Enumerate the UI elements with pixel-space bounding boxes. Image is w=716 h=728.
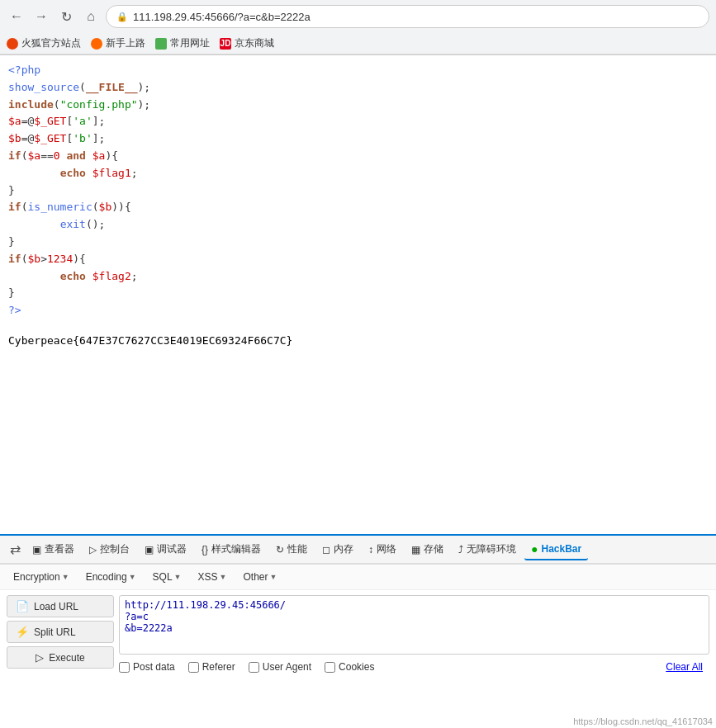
hackbar-right: http://111.198.29.45:45666/ ?a=c &b=2222… xyxy=(119,595,709,676)
post-data-checkbox[interactable] xyxy=(119,662,130,673)
memory-label: 内存 xyxy=(334,542,353,556)
user-agent-checkbox[interactable] xyxy=(249,662,259,673)
security-icon: 🔒 xyxy=(116,12,128,22)
bookmark-label: 常用网址 xyxy=(170,36,210,50)
reload-button[interactable]: ↻ xyxy=(56,7,76,26)
debugger-label: 调试器 xyxy=(157,542,187,556)
devtools-tab-hackbar[interactable]: ● HackBar xyxy=(524,539,588,560)
hackbar-options: Post data Referer User Agent Cookies Cle… xyxy=(119,658,709,676)
load-url-button[interactable]: 📄 Load URL xyxy=(7,595,114,617)
sql-menu[interactable]: SQL ▼ xyxy=(146,568,188,586)
code-line-12: if($b>1234){ xyxy=(8,251,708,268)
hackbar-panel: Encryption ▼ Encoding ▼ SQL ▼ XSS ▼ Othe… xyxy=(0,564,716,681)
forward-button[interactable]: → xyxy=(31,7,51,26)
post-data-option[interactable]: Post data xyxy=(119,661,175,673)
sql-arrow: ▼ xyxy=(174,573,182,581)
user-agent-label: User Agent xyxy=(263,661,311,673)
network-label: 网络 xyxy=(377,542,396,556)
referer-label: Referer xyxy=(202,661,235,673)
devtools-bar: ⇄ ▣ 查看器 ▷ 控制台 ▣ 调试器 {} 样式编辑器 ↻ 性能 ◻ 内存 ↕… xyxy=(0,534,716,564)
console-icon: ▷ xyxy=(89,544,97,555)
xss-menu[interactable]: XSS ▼ xyxy=(192,568,234,586)
user-agent-option[interactable]: User Agent xyxy=(249,661,311,673)
devtools-tab-network[interactable]: ↕ 网络 xyxy=(362,539,403,560)
changyong-icon xyxy=(155,38,167,50)
bookmark-label: 京东商城 xyxy=(235,36,274,50)
encoding-label: Encoding xyxy=(86,571,127,583)
split-url-icon: ⚡ xyxy=(16,626,29,638)
hackbar-body: 📄 Load URL ⚡ Split URL ▷ Execute http://… xyxy=(0,590,716,681)
network-icon: ↕ xyxy=(368,544,373,555)
performance-icon: ↻ xyxy=(276,544,284,555)
hackbar-label: HackBar xyxy=(541,543,581,555)
code-line-8: } xyxy=(8,182,708,200)
console-label: 控制台 xyxy=(100,542,130,556)
encryption-menu[interactable]: Encryption ▼ xyxy=(7,568,76,586)
back-button[interactable]: ← xyxy=(7,7,26,26)
xinshang-icon xyxy=(91,38,102,50)
referer-option[interactable]: Referer xyxy=(188,661,235,673)
style-label: 样式编辑器 xyxy=(211,542,261,556)
responsive-icon[interactable]: ⇄ xyxy=(7,538,24,560)
execute-icon: ▷ xyxy=(36,651,44,664)
code-line-10: exit(); xyxy=(8,216,708,234)
code-line-9: if(is_numeric($b)){ xyxy=(8,199,708,216)
bookmark-changyong[interactable]: 常用网址 xyxy=(155,36,210,50)
other-arrow: ▼ xyxy=(269,573,277,581)
referer-checkbox[interactable] xyxy=(188,662,199,673)
bookmark-xinshang[interactable]: 新手上路 xyxy=(91,36,145,50)
flag-output: Cyberpeace{647E37C7627CC3E4019EC69324F66… xyxy=(8,333,708,350)
code-line-4: $a=@$_GET['a']; xyxy=(8,113,708,130)
execute-label: Execute xyxy=(49,652,84,664)
browser-toolbar: ← → ↻ ⌂ 🔒 111.198.29.45:45666/?a=c&b=222… xyxy=(0,0,716,33)
xss-label: XSS xyxy=(198,571,218,583)
devtools-tab-storage[interactable]: ▦ 存储 xyxy=(405,539,450,560)
code-line-5: $b=@$_GET['b']; xyxy=(8,130,708,148)
hackbar-dot-icon: ● xyxy=(531,542,538,555)
code-line-14: } xyxy=(8,285,708,302)
devtools-tab-memory[interactable]: ◻ 内存 xyxy=(315,539,360,560)
load-url-icon: 📄 xyxy=(16,600,29,612)
code-line-2: show_source(__FILE__); xyxy=(8,79,708,97)
sql-label: SQL xyxy=(153,571,173,583)
encryption-label: Encryption xyxy=(13,571,60,583)
code-block: <?php show_source(__FILE__); include("co… xyxy=(8,62,708,319)
clear-all-link[interactable]: Clear All xyxy=(666,661,703,673)
encoding-arrow: ▼ xyxy=(129,573,136,581)
cookies-label: Cookies xyxy=(339,661,374,673)
hackbar-left: 📄 Load URL ⚡ Split URL ▷ Execute xyxy=(7,595,114,676)
main-content: <?php show_source(__FILE__); include("co… xyxy=(0,55,716,534)
code-line-15: ?> xyxy=(8,302,708,319)
accessibility-label: 无障碍环境 xyxy=(467,542,516,556)
style-icon: {} xyxy=(202,544,208,555)
browser-chrome: ← → ↻ ⌂ 🔒 111.198.29.45:45666/?a=c&b=222… xyxy=(0,0,716,55)
devtools-tab-debugger[interactable]: ▣ 调试器 xyxy=(138,539,193,560)
code-line-3: include("config.php"); xyxy=(8,97,708,114)
encryption-arrow: ▼ xyxy=(62,573,69,581)
encoding-menu[interactable]: Encoding ▼ xyxy=(79,568,143,586)
cookies-checkbox[interactable] xyxy=(325,662,335,673)
cookies-option[interactable]: Cookies xyxy=(325,661,374,673)
address-bar[interactable]: 🔒 111.198.29.45:45666/?a=c&b=2222a xyxy=(106,5,709,28)
jd-icon: JD xyxy=(220,38,231,50)
devtools-tab-style[interactable]: {} 样式编辑器 xyxy=(195,539,268,560)
bookmark-label: 火狐官方站点 xyxy=(21,36,81,50)
devtools-tab-accessibility[interactable]: ⤴ 无障碍环境 xyxy=(452,539,523,560)
home-button[interactable]: ⌂ xyxy=(81,7,101,26)
inspector-label: 查看器 xyxy=(45,542,74,556)
bookmark-label: 新手上路 xyxy=(106,36,145,50)
other-menu[interactable]: Other ▼ xyxy=(236,568,283,586)
devtools-tab-console[interactable]: ▷ 控制台 xyxy=(83,539,136,560)
bookmark-jd[interactable]: JD 京东商城 xyxy=(220,36,274,50)
bookmark-huolang[interactable]: 火狐官方站点 xyxy=(7,36,81,50)
huolang-icon xyxy=(7,38,18,50)
code-line-6: if($a==0 and $a){ xyxy=(8,148,708,165)
devtools-tab-performance[interactable]: ↻ 性能 xyxy=(269,539,314,560)
devtools-tab-inspector[interactable]: ▣ 查看器 xyxy=(26,539,81,560)
bookmarks-bar: 火狐官方站点 新手上路 常用网址 JD 京东商城 xyxy=(0,33,716,54)
execute-button[interactable]: ▷ Execute xyxy=(7,646,114,669)
split-url-button[interactable]: ⚡ Split URL xyxy=(7,621,114,643)
url-input[interactable]: http://111.198.29.45:45666/ ?a=c &b=2222… xyxy=(119,595,709,655)
code-line-1: <?php xyxy=(8,62,708,79)
code-line-13: echo $flag2; xyxy=(8,268,708,286)
